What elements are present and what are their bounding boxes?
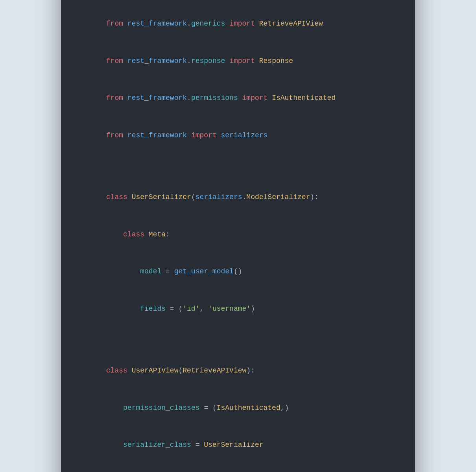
import-line-4: from rest_framework.permissions import I…	[81, 80, 395, 117]
class-meta: class Meta:	[81, 216, 395, 253]
meta-model: model = get_user_model()	[81, 253, 395, 291]
import-line-5: from rest_framework import serializers	[81, 117, 395, 154]
import-line-2: from rest_framework.generics import Retr…	[81, 6, 395, 43]
class-serializer: class UserSerializer(serializers.ModelSe…	[81, 179, 395, 216]
code-editor: # users/views.py from django.contrib.aut…	[61, 0, 415, 472]
blank-line-3	[81, 166, 395, 179]
blank-line-1	[81, 0, 395, 6]
blank-line-2	[81, 154, 395, 167]
import-line-3: from rest_framework.response import Resp…	[81, 42, 395, 80]
code-window: # users/views.py from django.contrib.aut…	[61, 0, 415, 472]
blank-line-5	[81, 340, 395, 352]
serializer-class: serializer_class = UserSerializer	[81, 427, 395, 464]
permission-classes: permission_classes = (IsAuthenticated,)	[81, 389, 395, 427]
blank-line-6	[81, 464, 395, 472]
class-apiview: class UserAPIView(RetrieveAPIView):	[81, 352, 395, 390]
meta-fields: fields = ('id', 'username')	[81, 290, 395, 328]
blank-line-4	[81, 328, 395, 340]
